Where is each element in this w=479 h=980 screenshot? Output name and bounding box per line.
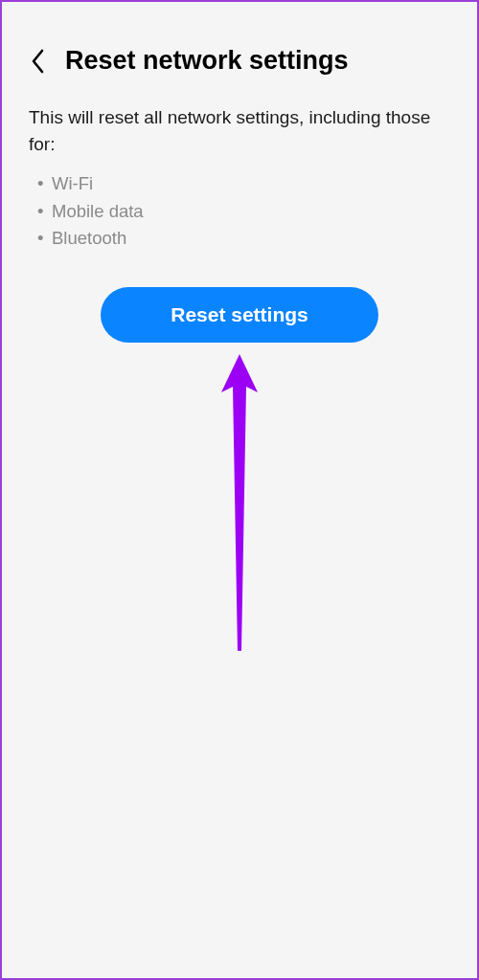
page-title: Reset network settings (65, 46, 349, 76)
button-container: Reset settings (2, 253, 477, 343)
list-item: Mobile data (52, 198, 450, 226)
settings-list: Wi-Fi Mobile data Bluetooth (2, 170, 477, 253)
back-icon[interactable] (29, 48, 48, 75)
svg-marker-1 (233, 387, 246, 651)
list-item: Wi-Fi (52, 170, 450, 198)
annotation-arrow-icon (216, 354, 263, 660)
description-text: This will reset all network settings, in… (2, 97, 477, 170)
list-item: Bluetooth (52, 225, 450, 253)
svg-marker-0 (221, 354, 258, 392)
page-header: Reset network settings (2, 2, 477, 97)
reset-settings-button[interactable]: Reset settings (101, 287, 378, 343)
